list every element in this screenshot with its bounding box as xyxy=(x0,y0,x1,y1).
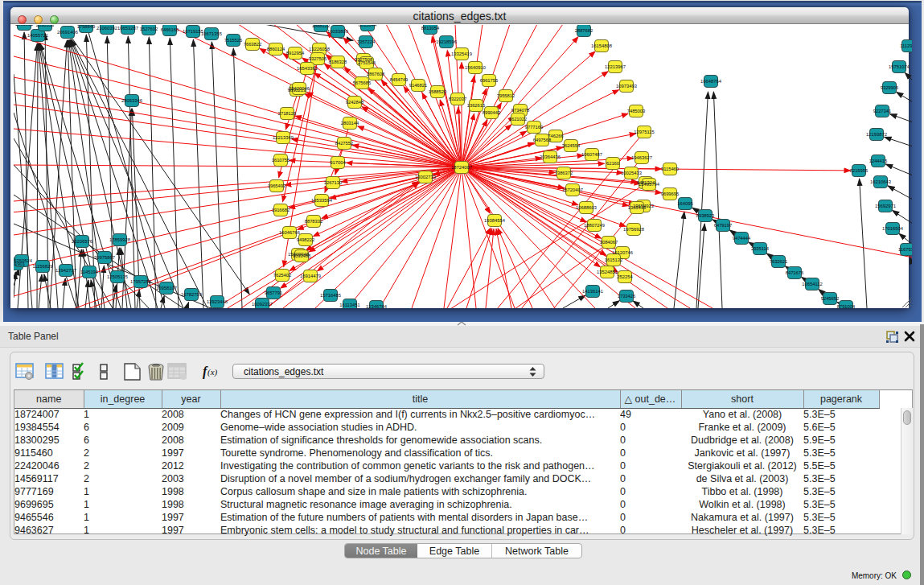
svg-text:6466160: 6466160 xyxy=(161,27,179,32)
svg-text:3624554: 3624554 xyxy=(562,143,581,148)
svg-text:9093488: 9093488 xyxy=(293,253,311,258)
svg-text:2867608: 2867608 xyxy=(367,72,385,76)
svg-text:19218596: 19218596 xyxy=(436,39,457,44)
svg-text:1888122: 1888122 xyxy=(312,25,331,28)
svg-text:9115460: 9115460 xyxy=(661,167,679,171)
svg-text:252254: 252254 xyxy=(617,274,633,279)
svg-text:7515526: 7515526 xyxy=(224,38,243,43)
svg-text:9699695: 9699695 xyxy=(661,192,680,196)
svg-text:1733426: 1733426 xyxy=(618,294,636,299)
svg-text:2803144: 2803144 xyxy=(341,121,359,126)
svg-text:10973493: 10973493 xyxy=(616,84,637,89)
svg-text:12923446: 12923446 xyxy=(207,299,228,304)
svg-text:16210643: 16210643 xyxy=(870,179,891,184)
svg-text:16914479: 16914479 xyxy=(300,274,321,278)
svg-text:1615132: 1615132 xyxy=(605,257,623,262)
svg-text:8791004: 8791004 xyxy=(837,304,856,308)
svg-text:1362615: 1362615 xyxy=(467,103,486,108)
svg-text:13325419: 13325419 xyxy=(451,51,472,56)
svg-text:1758849: 1758849 xyxy=(77,25,96,29)
svg-text:7386372: 7386372 xyxy=(555,171,573,175)
svg-text:7632621: 7632621 xyxy=(770,259,788,264)
svg-text:12193872: 12193872 xyxy=(866,132,887,137)
svg-text:19463627: 19463627 xyxy=(631,155,652,160)
svg-text:10607487: 10607487 xyxy=(581,152,602,157)
svg-text:9657791: 9657791 xyxy=(265,290,283,295)
svg-text:23002733: 23002733 xyxy=(415,175,436,179)
svg-text:8215955: 8215955 xyxy=(850,168,869,173)
svg-text:9734078: 9734078 xyxy=(511,108,530,113)
svg-text:1916682: 1916682 xyxy=(272,208,290,212)
svg-text:10653287: 10653287 xyxy=(117,26,138,31)
svg-text:18724007: 18724007 xyxy=(451,165,472,170)
svg-text:14055721: 14055721 xyxy=(27,33,48,38)
svg-text:7955812: 7955812 xyxy=(497,93,515,98)
svg-text:8471676: 8471676 xyxy=(786,270,804,275)
svg-text:20364436: 20364436 xyxy=(540,154,561,159)
svg-text:1365416: 1365416 xyxy=(628,205,647,210)
svg-text:1965493: 1965493 xyxy=(268,183,286,188)
svg-text:16113451: 16113451 xyxy=(339,303,359,307)
svg-text:8912954: 8912954 xyxy=(286,51,305,56)
svg-text:26260524: 26260524 xyxy=(14,258,33,263)
svg-text:917004: 917004 xyxy=(330,160,346,165)
svg-text:6961755: 6961755 xyxy=(480,78,499,83)
svg-text:1093831: 1093831 xyxy=(15,25,34,27)
svg-text:17859928: 17859928 xyxy=(109,237,130,242)
svg-text:19384554: 19384554 xyxy=(484,218,506,223)
svg-text:12942737: 12942737 xyxy=(55,268,76,273)
svg-text:7663822: 7663822 xyxy=(244,42,262,47)
svg-text:1244415: 1244415 xyxy=(869,159,888,163)
svg-text:2935114: 2935114 xyxy=(751,246,770,251)
svg-text:9329906: 9329906 xyxy=(881,85,899,90)
svg-text:(x): (x) xyxy=(207,367,218,377)
svg-text:10958107: 10958107 xyxy=(156,286,177,290)
svg-text:19756928: 19756928 xyxy=(623,227,644,232)
svg-text:12505135: 12505135 xyxy=(107,274,128,279)
svg-text:1145194: 1145194 xyxy=(80,270,99,274)
svg-text:3267130: 3267130 xyxy=(324,180,343,185)
svg-text:15640910: 15640910 xyxy=(465,65,486,70)
svg-text:10688603: 10688603 xyxy=(576,205,597,210)
svg-text:8860124: 8860124 xyxy=(267,47,285,51)
svg-text:16154808: 16154808 xyxy=(591,43,612,48)
svg-text:15495794: 15495794 xyxy=(639,182,660,187)
svg-text:6497568: 6497568 xyxy=(533,138,552,142)
svg-text:7625402: 7625402 xyxy=(273,273,292,278)
svg-text:15751074: 15751074 xyxy=(889,64,910,69)
svg-text:17016504: 17016504 xyxy=(882,226,904,231)
svg-text:12975115: 12975115 xyxy=(634,130,654,134)
svg-text:9146821: 9146821 xyxy=(409,83,428,88)
svg-text:7357224: 7357224 xyxy=(357,39,376,44)
svg-text:8322037: 8322037 xyxy=(449,97,467,101)
svg-text:16033809: 16033809 xyxy=(327,29,348,34)
svg-text:15692971: 15692971 xyxy=(875,204,896,208)
svg-text:9242848: 9242848 xyxy=(346,100,364,105)
svg-text:8454749: 8454749 xyxy=(390,77,409,82)
svg-text:1610755: 1610755 xyxy=(272,158,290,163)
svg-text:10654112: 10654112 xyxy=(802,282,822,286)
svg-text:16543362: 16543362 xyxy=(297,66,318,71)
svg-text:10025433: 10025433 xyxy=(621,171,642,175)
svg-text:7485003: 7485003 xyxy=(627,109,646,113)
svg-text:28053346: 28053346 xyxy=(121,98,142,103)
svg-text:12346784: 12346784 xyxy=(366,304,388,308)
svg-text:30975867: 30975867 xyxy=(94,255,115,260)
svg-text:9777169: 9777169 xyxy=(525,125,544,130)
svg-text:17957255: 17957255 xyxy=(130,279,151,284)
svg-text:20691406: 20691406 xyxy=(57,30,78,35)
svg-text:8186328: 8186328 xyxy=(329,60,347,64)
svg-text:15720407: 15720407 xyxy=(562,187,583,192)
svg-text:2718126: 2718126 xyxy=(278,111,297,116)
svg-text:16648764: 16648764 xyxy=(700,79,722,84)
svg-text:16120746: 16120746 xyxy=(612,250,633,255)
svg-text:6479197: 6479197 xyxy=(714,223,733,228)
svg-text:9227341: 9227341 xyxy=(873,109,892,113)
svg-text:10719155: 10719155 xyxy=(183,29,203,34)
svg-text:8815044: 8815044 xyxy=(359,25,377,27)
svg-text:62160: 62160 xyxy=(606,161,619,166)
svg-text:8938923: 8938923 xyxy=(696,213,715,218)
svg-text:3084067: 3084067 xyxy=(600,240,618,245)
svg-text:18807249: 18807249 xyxy=(584,223,605,228)
svg-text:10092337: 10092337 xyxy=(252,302,273,307)
